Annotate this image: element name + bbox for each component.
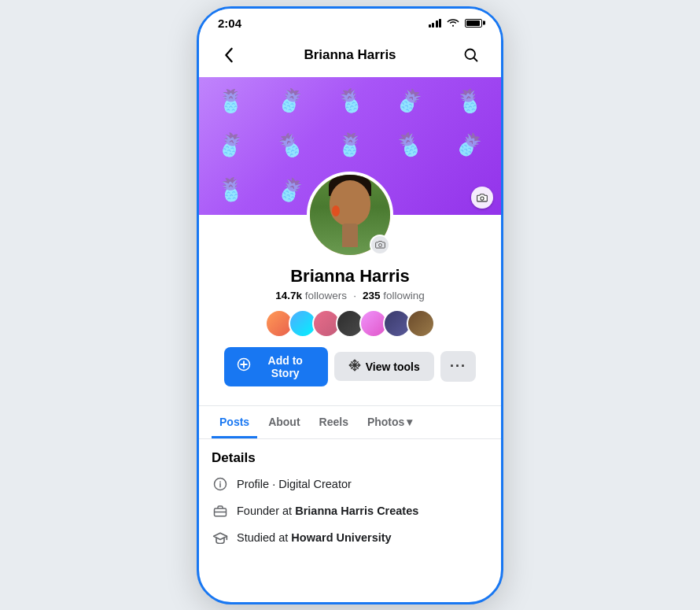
info-icon — [212, 475, 229, 493]
status-icons — [429, 17, 483, 29]
detail-row-profile: Profile · Digital Creator — [212, 475, 488, 493]
detail-work-text: Founder at Brianna Harris Creates — [237, 505, 418, 517]
details-section: Details Profile · Digital Creator Founde… — [199, 439, 501, 567]
battery-icon — [465, 19, 482, 28]
briefcase-icon — [212, 502, 229, 519]
pineapple-icon: 🍍 — [438, 77, 500, 126]
follower-avatar[interactable] — [407, 309, 435, 338]
snowflake-icon — [348, 359, 361, 374]
tabs-section: Posts About Reels Photos ▾ — [199, 405, 501, 439]
phone-frame: 2:04 Brianna Harris — [197, 6, 503, 604]
add-to-story-label: Add to Story — [256, 354, 315, 379]
follower-avatars-row — [265, 309, 435, 338]
pineapple-icon: 🍍 — [320, 123, 379, 168]
detail-row-education: Studied at Howard University — [212, 529, 488, 546]
detail-row-work: Founder at Brianna Harris Creates — [212, 502, 488, 519]
tab-reels[interactable]: Reels — [311, 406, 356, 438]
pineapple-icon: 🍍 — [318, 77, 382, 128]
stats-separator: · — [353, 290, 356, 301]
tab-photos[interactable]: Photos ▾ — [359, 406, 420, 438]
chevron-down-icon: ▾ — [407, 416, 412, 428]
view-tools-button[interactable]: View tools — [334, 352, 435, 381]
status-time: 2:04 — [218, 17, 241, 30]
pineapple-icon: 🍍 — [377, 117, 443, 175]
graduation-icon — [212, 529, 229, 546]
more-icon: ··· — [450, 358, 466, 375]
profile-section: Brianna Harris 14.7k followers · 235 fol… — [199, 215, 501, 396]
profile-name: Brianna Harris — [290, 266, 410, 287]
signal-icon — [429, 19, 442, 28]
profile-stats: 14.7k followers · 235 following — [275, 290, 424, 301]
cover-camera-button[interactable] — [471, 187, 493, 209]
following-count: 235 following — [363, 290, 425, 301]
wifi-icon — [447, 17, 459, 29]
status-bar: 2:04 — [199, 9, 501, 35]
pineapple-icon: 🍍 — [201, 168, 260, 213]
tab-about[interactable]: About — [260, 406, 308, 438]
tabs-row: Posts About Reels Photos ▾ — [199, 406, 501, 439]
tab-posts[interactable]: Posts — [212, 406, 257, 438]
more-button[interactable]: ··· — [440, 351, 476, 382]
pineapple-icon: 🍍 — [203, 81, 259, 122]
detail-education-text: Studied at Howard University — [237, 531, 392, 544]
avatar-container — [307, 172, 393, 258]
back-button[interactable] — [215, 41, 243, 69]
nav-bar: Brianna Harris — [199, 35, 501, 77]
add-to-story-button[interactable]: Add to Story — [224, 347, 328, 386]
pineapple-icon: 🍍 — [199, 119, 263, 172]
action-buttons: Add to Story View tools ··· — [212, 347, 488, 386]
avatar-camera-button[interactable] — [370, 235, 390, 255]
search-button[interactable] — [457, 41, 485, 69]
details-title: Details — [212, 450, 488, 466]
pineapple-icon: 🍍 — [256, 116, 324, 176]
pineapple-icon: 🍍 — [257, 77, 323, 130]
view-tools-label: View tools — [366, 360, 420, 373]
followers-count: 14.7k followers — [275, 290, 347, 301]
plus-circle-icon — [237, 357, 251, 375]
detail-profile-text: Profile · Digital Creator — [237, 478, 352, 490]
nav-title: Brianna Harris — [304, 47, 396, 63]
